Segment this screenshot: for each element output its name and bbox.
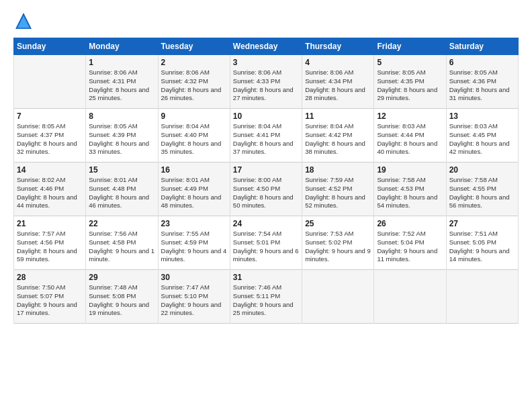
calendar-cell: 20Sunrise: 7:58 AM Sunset: 4:55 PM Dayli… <box>446 163 518 216</box>
cell-info: Sunrise: 8:03 AM Sunset: 4:44 PM Dayligh… <box>377 122 443 156</box>
cell-info: Sunrise: 8:05 AM Sunset: 4:35 PM Dayligh… <box>377 68 443 103</box>
calendar-cell: 4Sunrise: 8:06 AM Sunset: 4:34 PM Daylig… <box>302 55 374 109</box>
cell-info: Sunrise: 7:57 AM Sunset: 4:56 PM Dayligh… <box>17 230 83 264</box>
calendar-cell: 3Sunrise: 8:06 AM Sunset: 4:33 PM Daylig… <box>230 55 302 109</box>
calendar-cell: 26Sunrise: 7:52 AM Sunset: 5:04 PM Dayli… <box>374 216 446 270</box>
calendar-cell: 9Sunrise: 8:04 AM Sunset: 4:40 PM Daylig… <box>158 109 230 163</box>
day-number: 27 <box>449 219 515 228</box>
day-number: 4 <box>305 58 371 67</box>
column-header-monday: Monday <box>86 38 158 55</box>
day-number: 3 <box>233 58 299 67</box>
column-header-friday: Friday <box>374 38 446 55</box>
cell-info: Sunrise: 8:01 AM Sunset: 4:48 PM Dayligh… <box>89 176 154 210</box>
day-number: 22 <box>89 219 154 228</box>
cell-info: Sunrise: 7:47 AM Sunset: 5:10 PM Dayligh… <box>161 283 227 318</box>
day-number: 21 <box>17 219 83 228</box>
calendar-cell: 7Sunrise: 8:05 AM Sunset: 4:37 PM Daylig… <box>14 109 86 163</box>
week-row-5: 28Sunrise: 7:50 AM Sunset: 5:07 PM Dayli… <box>14 270 519 324</box>
calendar-cell: 21Sunrise: 7:57 AM Sunset: 4:56 PM Dayli… <box>14 216 86 270</box>
day-number: 9 <box>161 111 227 121</box>
day-number: 31 <box>233 273 299 282</box>
calendar-cell: 6Sunrise: 8:05 AM Sunset: 4:36 PM Daylig… <box>446 55 518 109</box>
cell-info: Sunrise: 7:56 AM Sunset: 4:58 PM Dayligh… <box>89 230 154 264</box>
cell-info: Sunrise: 7:48 AM Sunset: 5:08 PM Dayligh… <box>89 283 154 318</box>
cell-info: Sunrise: 7:54 AM Sunset: 5:01 PM Dayligh… <box>233 230 299 264</box>
cell-info: Sunrise: 8:05 AM Sunset: 4:37 PM Dayligh… <box>17 122 83 156</box>
calendar-cell: 2Sunrise: 8:06 AM Sunset: 4:32 PM Daylig… <box>158 55 230 109</box>
calendar-cell: 8Sunrise: 8:05 AM Sunset: 4:39 PM Daylig… <box>86 109 158 163</box>
calendar-cell: 24Sunrise: 7:54 AM Sunset: 5:01 PM Dayli… <box>230 216 302 270</box>
day-number: 28 <box>17 273 83 282</box>
cell-info: Sunrise: 8:00 AM Sunset: 4:50 PM Dayligh… <box>233 176 299 210</box>
day-number: 15 <box>89 165 154 175</box>
column-header-wednesday: Wednesday <box>230 38 302 55</box>
cell-info: Sunrise: 8:01 AM Sunset: 4:49 PM Dayligh… <box>161 176 227 210</box>
column-header-sunday: Sunday <box>14 38 86 55</box>
cell-info: Sunrise: 7:46 AM Sunset: 5:11 PM Dayligh… <box>233 283 299 318</box>
calendar-cell: 28Sunrise: 7:50 AM Sunset: 5:07 PM Dayli… <box>14 270 86 324</box>
day-number: 12 <box>377 111 443 121</box>
cell-info: Sunrise: 8:04 AM Sunset: 4:42 PM Dayligh… <box>305 122 371 156</box>
cell-info: Sunrise: 8:05 AM Sunset: 4:39 PM Dayligh… <box>89 122 154 156</box>
day-number: 29 <box>89 273 154 282</box>
cell-info: Sunrise: 7:50 AM Sunset: 5:07 PM Dayligh… <box>17 283 83 318</box>
day-number: 24 <box>233 219 299 228</box>
day-number: 7 <box>17 111 83 121</box>
week-row-3: 14Sunrise: 8:02 AM Sunset: 4:46 PM Dayli… <box>14 163 519 216</box>
day-number: 30 <box>161 273 227 282</box>
page-container: SundayMondayTuesdayWednesdayThursdayFrid… <box>0 0 532 330</box>
cell-info: Sunrise: 8:02 AM Sunset: 4:46 PM Dayligh… <box>17 176 83 210</box>
calendar-cell: 13Sunrise: 8:03 AM Sunset: 4:45 PM Dayli… <box>446 109 518 163</box>
week-row-1: 1Sunrise: 8:06 AM Sunset: 4:31 PM Daylig… <box>14 55 519 109</box>
day-number: 25 <box>305 219 371 228</box>
cell-info: Sunrise: 8:06 AM Sunset: 4:31 PM Dayligh… <box>89 68 154 103</box>
calendar-cell <box>302 270 374 324</box>
day-number: 16 <box>161 165 227 175</box>
calendar-cell: 5Sunrise: 8:05 AM Sunset: 4:35 PM Daylig… <box>374 55 446 109</box>
cell-info: Sunrise: 8:06 AM Sunset: 4:33 PM Dayligh… <box>233 68 299 103</box>
day-number: 20 <box>449 165 515 175</box>
day-number: 6 <box>449 58 515 67</box>
calendar-cell: 29Sunrise: 7:48 AM Sunset: 5:08 PM Dayli… <box>86 270 158 324</box>
cell-info: Sunrise: 7:52 AM Sunset: 5:04 PM Dayligh… <box>377 230 443 264</box>
calendar-cell: 12Sunrise: 8:03 AM Sunset: 4:44 PM Dayli… <box>374 109 446 163</box>
calendar-header: SundayMondayTuesdayWednesdayThursdayFrid… <box>14 38 519 55</box>
calendar-cell: 15Sunrise: 8:01 AM Sunset: 4:48 PM Dayli… <box>86 163 158 216</box>
cell-info: Sunrise: 7:51 AM Sunset: 5:05 PM Dayligh… <box>449 230 515 264</box>
day-number: 14 <box>17 165 83 175</box>
calendar-cell: 1Sunrise: 8:06 AM Sunset: 4:31 PM Daylig… <box>86 55 158 109</box>
calendar-cell: 31Sunrise: 7:46 AM Sunset: 5:11 PM Dayli… <box>230 270 302 324</box>
logo-icon <box>13 11 34 31</box>
week-row-2: 7Sunrise: 8:05 AM Sunset: 4:37 PM Daylig… <box>14 109 519 163</box>
calendar-cell: 10Sunrise: 8:04 AM Sunset: 4:41 PM Dayli… <box>230 109 302 163</box>
calendar-cell: 16Sunrise: 8:01 AM Sunset: 4:49 PM Dayli… <box>158 163 230 216</box>
cell-info: Sunrise: 8:04 AM Sunset: 4:41 PM Dayligh… <box>233 122 299 156</box>
day-number: 2 <box>161 58 227 67</box>
calendar-cell <box>446 270 518 324</box>
day-number: 13 <box>449 111 515 121</box>
column-header-tuesday: Tuesday <box>158 38 230 55</box>
cell-info: Sunrise: 7:58 AM Sunset: 4:53 PM Dayligh… <box>377 176 443 210</box>
day-number: 8 <box>89 111 154 121</box>
day-number: 23 <box>161 219 227 228</box>
cell-info: Sunrise: 7:55 AM Sunset: 4:59 PM Dayligh… <box>161 230 227 264</box>
day-number: 10 <box>233 111 299 121</box>
column-header-saturday: Saturday <box>446 38 518 55</box>
day-number: 18 <box>305 165 371 175</box>
day-number: 17 <box>233 165 299 175</box>
calendar-cell: 30Sunrise: 7:47 AM Sunset: 5:10 PM Dayli… <box>158 270 230 324</box>
calendar-body: 1Sunrise: 8:06 AM Sunset: 4:31 PM Daylig… <box>14 55 519 324</box>
logo <box>13 11 36 31</box>
day-number: 1 <box>89 58 154 67</box>
cell-info: Sunrise: 8:03 AM Sunset: 4:45 PM Dayligh… <box>449 122 515 156</box>
cell-info: Sunrise: 8:06 AM Sunset: 4:34 PM Dayligh… <box>305 68 371 103</box>
calendar-cell: 17Sunrise: 8:00 AM Sunset: 4:50 PM Dayli… <box>230 163 302 216</box>
cell-info: Sunrise: 8:06 AM Sunset: 4:32 PM Dayligh… <box>161 68 227 103</box>
day-number: 26 <box>377 219 443 228</box>
calendar-table: SundayMondayTuesdayWednesdayThursdayFrid… <box>13 38 519 324</box>
calendar-cell: 25Sunrise: 7:53 AM Sunset: 5:02 PM Dayli… <box>302 216 374 270</box>
week-row-4: 21Sunrise: 7:57 AM Sunset: 4:56 PM Dayli… <box>14 216 519 270</box>
day-number: 5 <box>377 58 443 67</box>
calendar-cell: 18Sunrise: 7:59 AM Sunset: 4:52 PM Dayli… <box>302 163 374 216</box>
header <box>13 11 519 31</box>
